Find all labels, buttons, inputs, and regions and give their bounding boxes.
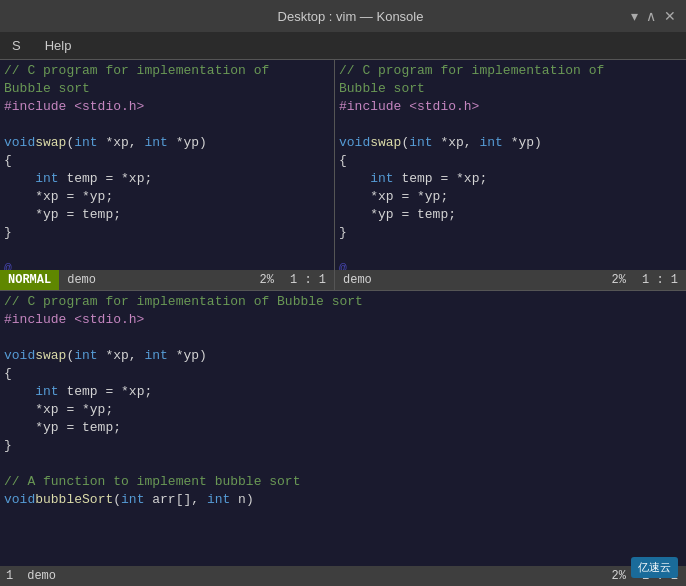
code-line: // C program for implementation of (335, 62, 686, 80)
bottom-filename: demo (19, 569, 603, 583)
code-line: int temp = *xp; (335, 170, 686, 188)
code-line: // C program for implementation of (0, 62, 334, 80)
code-line: *yp = temp; (0, 419, 686, 437)
code-line: #include <stdio.h> (0, 311, 686, 329)
code-line: // A function to implement bubble sort (0, 473, 686, 491)
bottom-percent: 2% (604, 569, 634, 583)
code-line: // C program for implementation of Bubbl… (0, 293, 686, 311)
code-line: #include <stdio.h> (335, 98, 686, 116)
code-line: *xp = *yp; (0, 188, 334, 206)
code-line: @ (335, 260, 686, 270)
window-title: Desktop : vim — Konsole (70, 9, 631, 24)
bottom-pane[interactable]: // C program for implementation of Bubbl… (0, 290, 686, 586)
pane-right[interactable]: X // C program for implementation of Bub… (335, 60, 686, 290)
window-controls[interactable]: ▾ ∧ ✕ (631, 8, 676, 24)
bottom-status: 1 demo 2% 1 : 1 (0, 566, 686, 586)
left-filename: demo (59, 273, 251, 287)
vim-mode: NORMAL (0, 270, 59, 290)
vim-container: // C program for implementation of Bubbl… (0, 60, 686, 586)
pane-right-status: demo 2% 1 : 1 (335, 270, 686, 290)
code-line (0, 329, 686, 347)
code-line: int temp = *xp; (0, 383, 686, 401)
left-percent: 2% (252, 273, 282, 287)
pane-left-status: NORMAL demo 2% 1 : 1 (0, 270, 334, 290)
pane-right-code[interactable]: // C program for implementation of Bubbl… (335, 60, 686, 270)
code-line: Bubble sort (335, 80, 686, 98)
code-line: Bubble sort (0, 80, 334, 98)
maximize-icon[interactable]: ∧ (646, 8, 656, 24)
code-line: *xp = *yp; (335, 188, 686, 206)
right-percent: 2% (604, 273, 634, 287)
pane-left[interactable]: // C program for implementation of Bubbl… (0, 60, 335, 290)
code-line: *xp = *yp; (0, 401, 686, 419)
code-line: void swap(int *xp, int *yp) (0, 134, 334, 152)
code-line: { (0, 365, 686, 383)
code-line: @ (0, 260, 334, 270)
left-pos: 1 : 1 (282, 273, 334, 287)
right-filename: demo (335, 273, 604, 287)
bottom-linenum: 1 (0, 569, 19, 583)
code-line (335, 242, 686, 260)
code-line: *yp = temp; (0, 206, 334, 224)
split-area: // C program for implementation of Bubbl… (0, 60, 686, 290)
code-line: } (335, 224, 686, 242)
minimize-icon[interactable]: ▾ (631, 8, 638, 24)
code-line: void swap(int *xp, int *yp) (335, 134, 686, 152)
code-line: int temp = *xp; (0, 170, 334, 188)
menu-bar: S Help (0, 32, 686, 60)
title-bar: Desktop : vim — Konsole ▾ ∧ ✕ (0, 0, 686, 32)
close-icon[interactable]: ✕ (664, 8, 676, 24)
pane-left-code[interactable]: // C program for implementation of Bubbl… (0, 60, 334, 270)
code-line: { (0, 152, 334, 170)
bottom-code[interactable]: // C program for implementation of Bubbl… (0, 291, 686, 566)
code-line (0, 242, 334, 260)
code-line: } (0, 224, 334, 242)
code-line: void swap(int *xp, int *yp) (0, 347, 686, 365)
code-line: void bubbleSort(int arr[], int n) (0, 491, 686, 509)
code-line: #include <stdio.h> (0, 98, 334, 116)
code-line (0, 455, 686, 473)
code-line (335, 116, 686, 134)
watermark: 亿速云 (631, 557, 678, 578)
code-line (0, 116, 334, 134)
right-pos: 1 : 1 (634, 273, 686, 287)
code-line: } (0, 437, 686, 455)
code-line: { (335, 152, 686, 170)
code-line: *yp = temp; (335, 206, 686, 224)
menu-item-s[interactable]: S (8, 36, 25, 55)
menu-item-help[interactable]: Help (41, 36, 76, 55)
